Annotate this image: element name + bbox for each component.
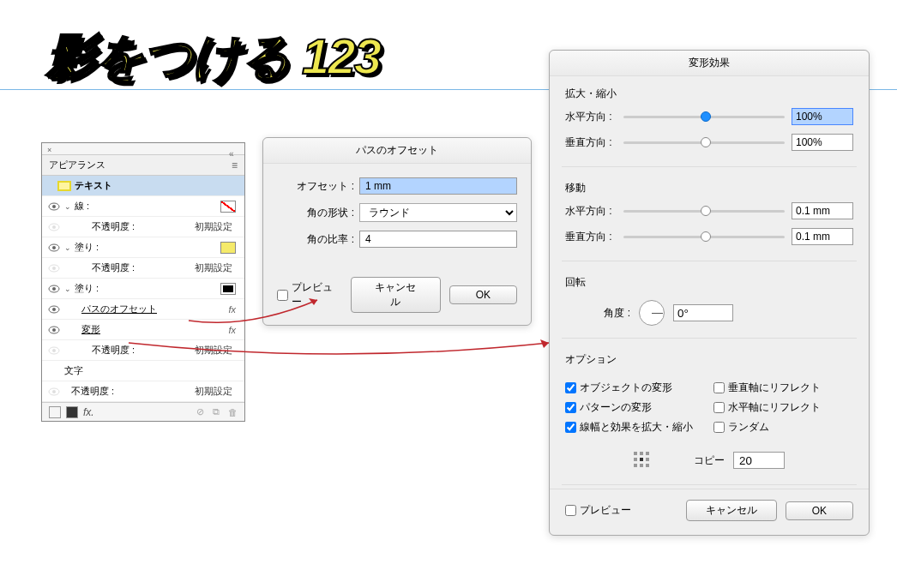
visibility-icon[interactable] [47, 303, 61, 316]
svg-point-15 [52, 349, 56, 352]
disclosure-icon[interactable]: ⌄ [64, 285, 73, 293]
visibility-icon[interactable] [47, 220, 61, 234]
clear-icon[interactable]: ⊘ [196, 406, 204, 417]
corner-label: 角の形状 : [277, 206, 354, 220]
panel-menu-icon[interactable]: ≡ [232, 159, 238, 171]
opt-random-checkbox[interactable]: ランダム [713, 420, 853, 435]
visibility-icon[interactable] [47, 344, 61, 357]
ok-button[interactable]: OK [449, 285, 517, 304]
opacity-row[interactable]: 不透明度 : 初期設定 [42, 340, 244, 361]
visibility-icon[interactable] [47, 261, 61, 275]
opt-reflect-v-checkbox[interactable]: 垂直軸にリフレクト [713, 381, 853, 395]
fill-row-2[interactable]: ⌄ 塗り : [42, 279, 244, 299]
yellow-swatch[interactable] [220, 242, 236, 254]
options-section-label: オプション [565, 352, 853, 367]
scale-v-slider[interactable] [623, 141, 785, 144]
svg-point-3 [52, 225, 56, 229]
opt-pattern-checkbox[interactable]: パターンの変形 [565, 400, 705, 415]
sample-text: 影をつける 123 [46, 24, 380, 91]
move-v-slider[interactable] [623, 236, 785, 238]
black-swatch[interactable] [220, 283, 236, 295]
offset-label: オフセット : [277, 179, 354, 194]
scale-section-label: 拡大・縮小 [565, 87, 853, 101]
panel-drag-bar[interactable] [42, 143, 244, 155]
characters-row[interactable]: 文字 [42, 361, 244, 381]
visibility-icon[interactable] [47, 385, 61, 399]
new-fill-icon[interactable] [66, 406, 78, 418]
copy-label: コピー [694, 453, 725, 468]
ratio-input[interactable] [359, 231, 517, 248]
scale-v-input[interactable] [792, 134, 853, 151]
transform-effect-row[interactable]: 変形 fx [42, 320, 244, 340]
collapse-icon[interactable] [229, 148, 238, 153]
new-stroke-icon[interactable] [49, 406, 61, 418]
close-icon[interactable]: × [47, 146, 51, 154]
trash-icon[interactable]: 🗑 [228, 407, 238, 417]
scale-h-slider[interactable] [623, 116, 785, 118]
dialog-title: パスのオフセット [263, 138, 531, 164]
svg-point-7 [52, 267, 56, 270]
angle-input[interactable] [673, 304, 733, 321]
visibility-icon[interactable] [47, 241, 61, 255]
opt-stroke-checkbox[interactable]: 線幅と効果を拡大・縮小 [565, 420, 705, 435]
ok-button[interactable]: OK [786, 501, 853, 520]
scale-h-input[interactable] [792, 108, 853, 125]
svg-point-1 [52, 205, 56, 208]
move-h-input[interactable] [792, 202, 853, 219]
fill-row-1[interactable]: ⌄ 塗り : [42, 237, 244, 258]
svg-point-5 [52, 246, 56, 249]
panel-footer: fx. ⊘ ⧉ 🗑 [42, 402, 244, 421]
angle-label: 角度 : [589, 306, 630, 321]
preview-checkbox[interactable]: プレビュー [277, 280, 342, 309]
duplicate-icon[interactable]: ⧉ [213, 406, 220, 417]
move-section-label: 移動 [565, 181, 853, 195]
offset-path-dialog: パスのオフセット オフセット : 角の形状 : ラウンド 角の比率 : プレビュ… [262, 137, 532, 326]
cancel-button[interactable]: キャンセル [686, 500, 777, 521]
text-swatch [57, 181, 71, 191]
svg-point-11 [52, 308, 56, 311]
visibility-icon[interactable] [47, 200, 61, 213]
opacity-row[interactable]: 不透明度 : 初期設定 [42, 381, 244, 402]
angle-dial[interactable] [639, 300, 665, 326]
visibility-icon[interactable] [47, 282, 61, 296]
none-swatch[interactable] [220, 201, 236, 213]
svg-point-17 [52, 390, 56, 393]
disclosure-icon[interactable]: ⌄ [64, 243, 73, 252]
corner-select[interactable]: ラウンド [359, 203, 517, 222]
svg-point-13 [52, 328, 56, 332]
stroke-row[interactable]: ⌄ 線 : [42, 196, 244, 217]
panel-title-bar: アピアランス ≡ [42, 155, 244, 176]
ratio-label: 角の比率 : [277, 232, 354, 247]
anchor-grid-icon[interactable] [634, 452, 651, 469]
add-effect-icon[interactable]: fx. [83, 406, 94, 418]
dialog-title: 変形効果 [550, 51, 869, 76]
copy-input[interactable] [733, 452, 785, 469]
opt-object-checkbox[interactable]: オブジェクトの変形 [565, 381, 705, 395]
preview-checkbox[interactable]: プレビュー [565, 503, 631, 518]
fx-icon: fx [228, 325, 236, 335]
opacity-row[interactable]: 不透明度 : 初期設定 [42, 258, 244, 279]
move-v-input[interactable] [792, 228, 853, 245]
offset-effect-row[interactable]: パスのオフセット fx [42, 299, 244, 320]
cancel-button[interactable]: キャンセル [351, 277, 441, 313]
visibility-icon[interactable] [47, 323, 61, 337]
move-h-slider[interactable] [623, 210, 785, 213]
text-row[interactable]: テキスト [42, 176, 244, 196]
opacity-row[interactable]: 不透明度 : 初期設定 [42, 217, 244, 237]
transform-effect-dialog: 変形効果 拡大・縮小 水平方向 : 垂直方向 : 移動 水平方向 : 垂直方向 … [549, 50, 870, 536]
panel-title: アピアランス [49, 159, 105, 171]
offset-input[interactable] [359, 177, 517, 195]
svg-point-9 [52, 287, 56, 291]
rotate-section-label: 回転 [565, 275, 853, 290]
fx-icon: fx [228, 304, 236, 315]
opt-reflect-h-checkbox[interactable]: 水平軸にリフレクト [713, 400, 853, 415]
appearance-panel: × アピアランス ≡ テキスト ⌄ 線 : 不透明度 : 初期設定 ⌄ 塗り : [41, 142, 245, 422]
disclosure-icon[interactable]: ⌄ [64, 202, 73, 211]
